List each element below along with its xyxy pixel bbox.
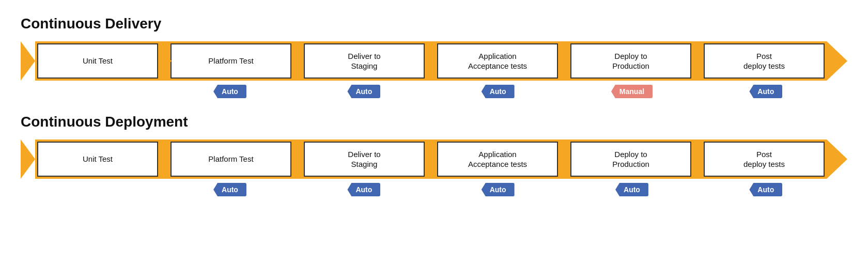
dep-connector-2 bbox=[291, 140, 304, 179]
delivery-badges-row: Auto Auto Auto Manual Auto bbox=[21, 85, 847, 98]
badge-slot-4: Manual bbox=[571, 85, 692, 98]
dep-stage-deliver-staging: Deliver to Staging bbox=[304, 142, 425, 177]
connector-4 bbox=[558, 41, 570, 81]
badge-auto-2: Auto bbox=[347, 85, 380, 98]
badge-slot-1: Auto bbox=[169, 85, 290, 98]
dep-badge-slot-2: Auto bbox=[303, 183, 425, 196]
badge-auto-3: Auto bbox=[482, 85, 515, 98]
connector-2 bbox=[291, 41, 304, 81]
connector-5 bbox=[691, 41, 704, 81]
badge-manual-4: Manual bbox=[611, 85, 653, 98]
dep-badge-slot-3: Auto bbox=[437, 183, 559, 196]
arrow-left-cap bbox=[21, 41, 35, 81]
stage-deliver-staging: Deliver to Staging bbox=[304, 43, 425, 79]
dep-badge-auto-2: Auto bbox=[347, 183, 380, 196]
dep-connector-3 bbox=[425, 140, 437, 179]
continuous-deployment-title: Continuous Deployment bbox=[21, 114, 847, 130]
stages-container: Unit Test Platform Test Deliver to Stagi… bbox=[35, 41, 827, 81]
deployment-badges-row: Auto Auto Auto Auto Auto bbox=[21, 183, 847, 196]
dep-badge-auto-4: Auto bbox=[615, 183, 648, 196]
continuous-delivery-section: Continuous Delivery Unit Test Platform T… bbox=[21, 16, 847, 98]
dep-stage-unit-test: Unit Test bbox=[37, 142, 158, 177]
dep-connector-4 bbox=[558, 140, 570, 179]
stage-unit-test: Unit Test bbox=[37, 43, 158, 79]
badge-slot-2: Auto bbox=[303, 85, 425, 98]
dep-stage-platform-test: Platform Test bbox=[171, 142, 291, 177]
dep-arrow-right-cap bbox=[827, 140, 847, 179]
stage-platform-test: Platform Test bbox=[171, 43, 291, 79]
dep-connector-5 bbox=[691, 140, 704, 179]
connector-1 bbox=[158, 41, 171, 81]
stage-deploy-production: Deploy to Production bbox=[570, 43, 691, 79]
dep-stage-deploy-production: Deploy to Production bbox=[570, 142, 691, 177]
badge-slot-5: Auto bbox=[705, 85, 827, 98]
dep-badge-auto-1: Auto bbox=[213, 183, 246, 196]
dep-badge-auto-5: Auto bbox=[749, 183, 782, 196]
dep-badge-slot-1: Auto bbox=[169, 183, 290, 196]
arrow-right-cap bbox=[827, 41, 847, 81]
dep-stage-post-deploy: Post deploy tests bbox=[704, 142, 825, 177]
dep-badge-auto-3: Auto bbox=[482, 183, 515, 196]
continuous-deployment-section: Continuous Deployment Unit Test Platform… bbox=[21, 114, 847, 196]
dep-stage-app-acceptance: Application Acceptance tests bbox=[437, 142, 558, 177]
connector-3 bbox=[425, 41, 437, 81]
badge-slot-3: Auto bbox=[437, 85, 559, 98]
badge-auto-5: Auto bbox=[749, 85, 782, 98]
dep-connector-1 bbox=[158, 140, 171, 179]
dep-arrow-left-cap bbox=[21, 140, 35, 179]
deployment-pipeline: Unit Test Platform Test Deliver to Stagi… bbox=[21, 140, 847, 179]
stage-app-acceptance: Application Acceptance tests bbox=[437, 43, 558, 79]
delivery-pipeline: Unit Test Platform Test Deliver to Stagi… bbox=[21, 41, 847, 81]
badge-auto-1: Auto bbox=[213, 85, 246, 98]
continuous-delivery-title: Continuous Delivery bbox=[21, 16, 847, 32]
stage-post-deploy: Post deploy tests bbox=[704, 43, 825, 79]
dep-badge-slot-5: Auto bbox=[705, 183, 827, 196]
dep-stages-container: Unit Test Platform Test Deliver to Stagi… bbox=[35, 140, 827, 179]
dep-badge-slot-4: Auto bbox=[571, 183, 692, 196]
connector-arrow-1 bbox=[165, 54, 172, 68]
